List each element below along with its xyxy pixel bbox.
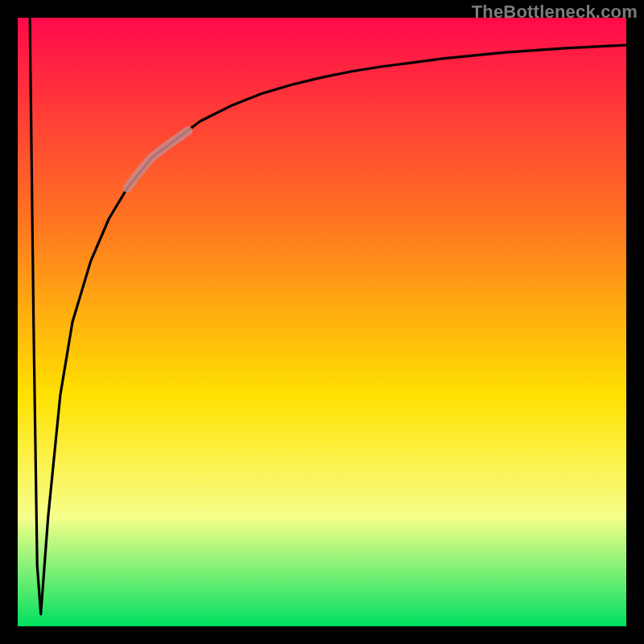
watermark-text: TheBottleneck.com — [472, 2, 638, 23]
plot-area — [18, 18, 626, 626]
chart-frame: TheBottleneck.com — [0, 0, 644, 644]
chart-svg — [18, 18, 626, 626]
gradient-background — [18, 18, 626, 626]
